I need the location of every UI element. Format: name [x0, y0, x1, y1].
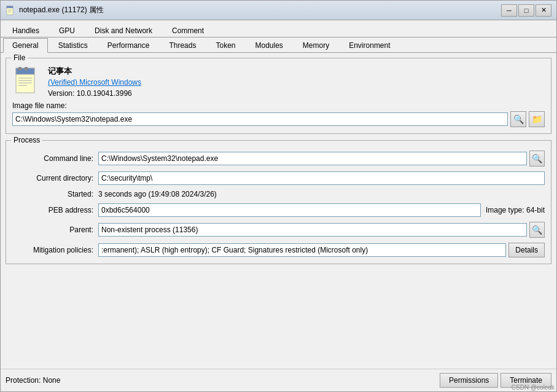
tab-token[interactable]: Token: [206, 38, 244, 53]
file-section: 记事本 (Verified) Microsoft Windows Version…: [12, 63, 545, 98]
title-bar: notepad.exe (11172) 属性 ─ □ ✕: [1, 1, 556, 20]
protection-text: Protection: None: [6, 376, 60, 385]
current-dir-row: Current directory:: [12, 167, 545, 185]
mitigation-input[interactable]: [98, 243, 506, 257]
command-line-input[interactable]: [98, 152, 527, 165]
version-text: Version: 10.0.19041.3996: [48, 89, 545, 98]
image-type-key: Image type:: [486, 206, 524, 214]
peb-label: PEB address:: [12, 206, 98, 214]
tab-performance[interactable]: Performance: [98, 38, 159, 53]
verified-link[interactable]: (Verified) Microsoft Windows: [48, 78, 545, 87]
tab-memory[interactable]: Memory: [294, 38, 338, 53]
version-value: 10.0.19041.3996: [77, 89, 132, 98]
notepad-icon: [12, 66, 42, 95]
peb-value-row: Image type: 64-bit: [98, 203, 545, 217]
file-info: 记事本 (Verified) Microsoft Windows Version…: [48, 66, 545, 98]
minimize-button[interactable]: ─: [501, 4, 517, 17]
peb-input[interactable]: [98, 203, 481, 217]
permissions-button[interactable]: Permissions: [440, 373, 498, 388]
main-window: notepad.exe (11172) 属性 ─ □ ✕ Handles GPU…: [0, 0, 557, 392]
mitigation-label: Mitigation policies:: [12, 246, 98, 254]
image-type-value: 64-bit: [526, 206, 545, 214]
process-group-title: Process: [11, 136, 42, 144]
tab-row-top: Handles GPU Disk and Network Comment: [1, 20, 556, 37]
command-line-row: Command line: 🔍: [12, 146, 545, 167]
app-icon-small: [6, 6, 15, 15]
title-bar-left: notepad.exe (11172) 属性: [6, 5, 104, 15]
tab-threads[interactable]: Threads: [160, 38, 205, 53]
main-content: File 记事本 (Verified) Microsoft Windows: [1, 53, 556, 369]
image-file-input[interactable]: [12, 112, 508, 126]
tab-modules[interactable]: Modules: [246, 38, 292, 53]
watermark: CSDN @coleak: [512, 384, 555, 391]
tab-handles[interactable]: Handles: [3, 23, 49, 37]
command-line-input-row: 🔍: [98, 151, 545, 167]
mitigation-value-row: Details: [98, 243, 545, 257]
folder-button[interactable]: 📁: [529, 111, 545, 127]
tab-comment[interactable]: Comment: [163, 23, 213, 37]
parent-input[interactable]: [98, 223, 527, 237]
tab-statistics[interactable]: Statistics: [49, 38, 97, 53]
search-parent-button[interactable]: 🔍: [529, 222, 545, 238]
image-file-label: Image file name:: [12, 101, 545, 110]
file-group: File 记事本 (Verified) Microsoft Windows: [6, 58, 551, 134]
maximize-button[interactable]: □: [518, 4, 534, 17]
details-button[interactable]: Details: [508, 243, 545, 257]
image-file-row: 🔍 📁: [12, 111, 545, 127]
started-label: Started:: [12, 190, 98, 198]
search-file-button[interactable]: 🔍: [510, 111, 526, 127]
tab-disk-network[interactable]: Disk and Network: [85, 23, 162, 37]
search-command-button[interactable]: 🔍: [529, 151, 545, 167]
current-dir-label: Current directory:: [12, 174, 98, 182]
bottom-bar: Protection: None Permissions Terminate: [1, 369, 556, 391]
tab-row-bottom: General Statistics Performance Threads T…: [1, 37, 556, 53]
window-title: notepad.exe (11172) 属性: [19, 5, 104, 15]
tab-environment[interactable]: Environment: [340, 38, 399, 53]
started-value: 3 seconds ago (19:49:08 2024/3/26): [98, 190, 545, 198]
file-group-title: File: [11, 53, 28, 62]
svg-rect-8: [25, 67, 28, 71]
svg-rect-1: [7, 6, 13, 8]
tab-gpu[interactable]: GPU: [50, 23, 84, 37]
parent-row: Parent: 🔍: [12, 217, 545, 238]
protection-label: Protection:: [6, 376, 41, 385]
peb-row: PEB address: Image type: 64-bit: [12, 198, 545, 217]
tab-general[interactable]: General: [3, 38, 48, 53]
parent-input-row: 🔍: [98, 222, 545, 238]
current-dir-input[interactable]: [98, 171, 545, 185]
app-name: 记事本: [48, 66, 545, 77]
started-row: Started: 3 seconds ago (19:49:08 2024/3/…: [12, 185, 545, 198]
title-buttons: ─ □ ✕: [501, 4, 551, 17]
process-group: Process Command line: 🔍 Current director…: [6, 140, 551, 264]
parent-label: Parent:: [12, 225, 98, 234]
svg-rect-7: [18, 67, 21, 71]
command-line-label: Command line:: [12, 154, 98, 163]
close-button[interactable]: ✕: [536, 4, 551, 17]
mitigation-row: Mitigation policies: Details: [12, 238, 545, 257]
protection-value: None: [43, 376, 61, 385]
version-label: Version:: [48, 89, 74, 98]
image-type-label: Image type: 64-bit: [486, 206, 545, 214]
